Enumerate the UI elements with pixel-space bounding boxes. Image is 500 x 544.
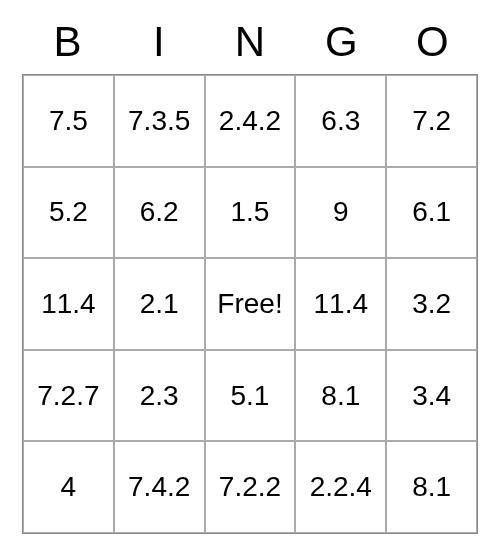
bingo-cell[interactable]: 1.5: [205, 167, 296, 259]
bingo-cell[interactable]: 7.2: [386, 75, 477, 167]
bingo-free-cell[interactable]: Free!: [205, 258, 296, 350]
bingo-cell[interactable]: 5.2: [23, 167, 114, 259]
bingo-cell[interactable]: 3.2: [386, 258, 477, 350]
header-B: B: [22, 18, 113, 74]
bingo-cell[interactable]: 2.4.2: [205, 75, 296, 167]
bingo-cell[interactable]: 9: [295, 167, 386, 259]
bingo-cell[interactable]: 8.1: [295, 350, 386, 442]
bingo-header-row: B I N G O: [22, 18, 478, 74]
bingo-cell[interactable]: 4: [23, 441, 114, 533]
header-G: G: [296, 18, 387, 74]
bingo-cell[interactable]: 6.1: [386, 167, 477, 259]
bingo-cell[interactable]: 2.1: [114, 258, 205, 350]
bingo-cell[interactable]: 7.3.5: [114, 75, 205, 167]
header-I: I: [113, 18, 204, 74]
bingo-cell[interactable]: 7.5: [23, 75, 114, 167]
bingo-cell[interactable]: 8.1: [386, 441, 477, 533]
bingo-cell[interactable]: 7.4.2: [114, 441, 205, 533]
bingo-cell[interactable]: 2.3: [114, 350, 205, 442]
bingo-cell[interactable]: 3.4: [386, 350, 477, 442]
bingo-cell[interactable]: 11.4: [295, 258, 386, 350]
bingo-cell[interactable]: 7.2.2: [205, 441, 296, 533]
bingo-cell[interactable]: 5.1: [205, 350, 296, 442]
bingo-card: B I N G O 7.5 7.3.5 2.4.2 6.3 7.2 5.2 6.…: [22, 18, 478, 534]
header-N: N: [204, 18, 295, 74]
bingo-cell[interactable]: 6.3: [295, 75, 386, 167]
bingo-cell[interactable]: 11.4: [23, 258, 114, 350]
bingo-cell[interactable]: 7.2.7: [23, 350, 114, 442]
bingo-grid: 7.5 7.3.5 2.4.2 6.3 7.2 5.2 6.2 1.5 9 6.…: [22, 74, 478, 534]
bingo-cell[interactable]: 2.2.4: [295, 441, 386, 533]
bingo-cell[interactable]: 6.2: [114, 167, 205, 259]
header-O: O: [387, 18, 478, 74]
